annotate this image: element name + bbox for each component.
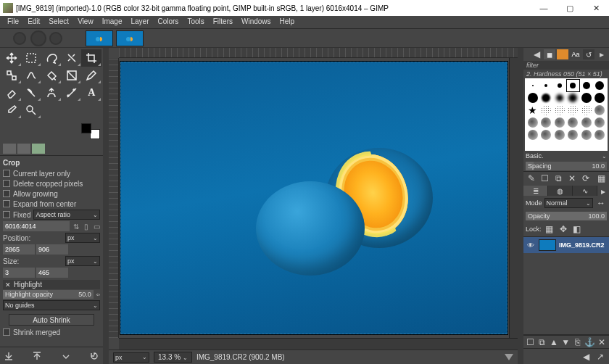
fonts-tab-icon[interactable]: Aa [570, 49, 581, 59]
brush-swatch[interactable] [567, 129, 580, 141]
stepper-icon[interactable]: ‹› [96, 291, 100, 298]
status-unit-select[interactable]: px⌄ [113, 352, 149, 363]
brush-swatch[interactable] [553, 104, 566, 116]
save-preset-icon[interactable] [3, 350, 14, 362]
paths-tab-icon[interactable]: ∿ [573, 186, 597, 196]
zoom-field[interactable]: 13.3 % ⌄ [154, 352, 192, 363]
menu-tools[interactable]: Tools [183, 16, 208, 28]
brush-swatch[interactable] [594, 104, 607, 116]
layer-group-icon[interactable]: ⧉ [537, 336, 547, 348]
brush-grid[interactable]: ★ [525, 78, 608, 151]
brush-swatch[interactable] [540, 92, 553, 104]
reset-icon[interactable] [88, 350, 100, 362]
tool-warp[interactable] [22, 67, 42, 84]
brush-swatch[interactable] [526, 92, 539, 104]
restore-preset-icon[interactable] [31, 350, 43, 362]
brush-swatch[interactable] [567, 117, 580, 128]
filter-field[interactable]: filter [523, 61, 609, 70]
image-tab[interactable] [86, 30, 113, 46]
duplicate-layer-icon[interactable]: ⎘ [573, 336, 582, 348]
layer-name[interactable]: IMG_9819.CR2 [559, 241, 605, 249]
tool-fuzzy-select[interactable] [62, 49, 82, 67]
mode-tab[interactable] [3, 144, 16, 154]
position-y-field[interactable]: 906 [36, 244, 68, 255]
raise-layer-icon[interactable]: ▲ [549, 336, 558, 348]
maximize-button[interactable]: ▢ [557, 0, 583, 16]
chevron-down-icon[interactable]: ⌄ [602, 153, 607, 160]
brush-swatch[interactable] [526, 80, 539, 91]
menu-layer[interactable]: Layer [126, 16, 153, 28]
brush-swatch[interactable] [567, 92, 580, 104]
brush-swatch[interactable] [580, 104, 593, 116]
menu-file[interactable]: File [3, 16, 23, 28]
auto-shrink-button[interactable]: Auto Shrink [9, 314, 94, 326]
delete-preset-icon[interactable] [60, 350, 72, 362]
highlight-opacity-slider[interactable]: Highlight opacity 50.0 [3, 290, 94, 299]
tool-eraser[interactable] [1, 84, 22, 102]
tool-bucket[interactable] [41, 67, 62, 84]
channels-tab-icon[interactable]: ◍ [548, 186, 573, 196]
tool-text[interactable]: A [81, 84, 102, 102]
menu-help[interactable]: Help [276, 16, 299, 28]
scrollbar-horizontal[interactable] [119, 338, 518, 349]
fg-color-swatch[interactable] [81, 123, 91, 133]
orientation-landscape-icon[interactable]: ▭ [93, 221, 100, 231]
history-tab-icon[interactable]: ↺ [583, 49, 594, 59]
close-button[interactable]: ✕ [583, 0, 609, 16]
checkbox-fixed[interactable] [3, 211, 10, 218]
layer-thumbnail[interactable] [539, 239, 556, 251]
new-layer-icon[interactable]: ☐ [526, 336, 535, 348]
guides-select[interactable]: No guides⌄ [3, 300, 100, 310]
mode-tab[interactable] [17, 144, 30, 154]
mode-tab[interactable] [32, 144, 45, 154]
brush-swatch[interactable]: ★ [526, 104, 539, 116]
checkbox-shrink-merged[interactable] [3, 328, 10, 336]
ratio-field[interactable]: 6016:4014 [3, 221, 70, 231]
configure-tab-icon[interactable]: ◀ [531, 49, 542, 60]
bg-color-swatch[interactable] [90, 129, 100, 139]
anchor-layer-icon[interactable]: ⚓ [584, 336, 595, 348]
patterns-tab-icon[interactable] [557, 49, 568, 59]
tool-color-picker[interactable] [1, 102, 22, 119]
canvas-viewport[interactable] [119, 58, 509, 338]
tool-pencil[interactable] [81, 67, 102, 84]
scrollbar-vertical[interactable] [509, 58, 518, 338]
brush-swatch[interactable] [526, 117, 539, 128]
lock-alpha-icon[interactable]: ◧ [571, 223, 583, 235]
tool-transform[interactable] [1, 67, 22, 84]
highlight-section-header[interactable]: ✕Highlight [3, 280, 100, 289]
menu-view[interactable]: View [73, 16, 98, 28]
layer-item[interactable]: 👁 IMG_9819.CR2 [523, 237, 609, 253]
tool-airbrush[interactable] [22, 84, 42, 102]
tool-free-select[interactable] [41, 49, 62, 67]
image-canvas[interactable] [120, 62, 508, 334]
fixed-mode-select[interactable]: Aspect ratio⌄ [33, 210, 100, 220]
tool-crop[interactable] [81, 49, 102, 67]
blend-mode-select[interactable]: Normal⌄ [544, 198, 593, 208]
menu-image[interactable]: Image [98, 16, 127, 28]
brush-swatch[interactable] [540, 129, 553, 141]
brush-swatch[interactable] [580, 80, 593, 91]
brush-swatch[interactable] [540, 104, 553, 116]
new-brush-icon[interactable]: ☐ [539, 173, 551, 184]
edit-brush-icon[interactable]: ✎ [526, 173, 537, 184]
swap-icon[interactable]: ⇅ [72, 221, 80, 231]
checkbox[interactable] [3, 180, 10, 187]
brush-swatch[interactable] [526, 129, 539, 141]
visibility-eye-icon[interactable]: 👁 [526, 241, 536, 249]
brush-swatch[interactable] [580, 129, 593, 141]
tool-rect-select[interactable] [22, 49, 42, 67]
size-w-field[interactable]: 3 [3, 268, 35, 278]
menu-edit[interactable]: Edit [23, 16, 44, 28]
mode-switch-icon[interactable]: ↔ [595, 197, 607, 209]
brush-swatch[interactable] [540, 80, 553, 91]
tool-zoom[interactable] [22, 102, 42, 119]
lock-pixels-icon[interactable]: ▦ [544, 223, 555, 235]
delete-brush-icon[interactable]: ✕ [566, 173, 578, 184]
collapse-icon[interactable]: ✕ [5, 281, 11, 289]
menu-icon[interactable]: ▸ [596, 49, 608, 60]
checkbox[interactable] [3, 170, 10, 177]
open-as-image-icon[interactable]: ▦ [595, 173, 607, 184]
brush-swatch[interactable] [567, 104, 580, 116]
brushes-tab-icon[interactable]: ◼ [544, 49, 555, 59]
